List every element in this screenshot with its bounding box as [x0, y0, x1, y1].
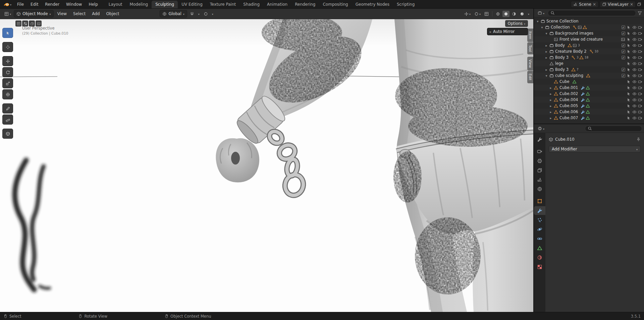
expand-caret[interactable] — [549, 116, 552, 120]
tool-cursor[interactable] — [2, 42, 13, 52]
snap-options-dropdown[interactable] — [197, 10, 201, 17]
hide-eye-icon[interactable] — [632, 80, 637, 84]
shading-rendered-button[interactable] — [519, 11, 526, 17]
blender-app-menu-button[interactable] — [2, 2, 13, 7]
view-layer-selector[interactable]: ViewLayer — [600, 1, 636, 8]
outliner-row-cube-sculpting[interactable]: cube sculpting — [534, 73, 644, 79]
menu-file[interactable]: File — [14, 2, 27, 7]
render-camera-icon[interactable] — [638, 116, 642, 120]
tab-tool[interactable] — [534, 135, 545, 144]
tab-particles[interactable] — [534, 216, 545, 224]
render-camera-icon[interactable] — [638, 31, 642, 36]
menu-select[interactable]: Select — [70, 10, 88, 17]
unlink-scene-icon[interactable] — [593, 2, 596, 7]
tab-texture-paint[interactable]: Texture Paint — [206, 1, 239, 8]
menu-view[interactable]: View — [55, 10, 69, 17]
outliner-editor-type-button[interactable] — [536, 10, 546, 16]
menu-render[interactable]: Render — [42, 2, 62, 7]
exclude-checkbox[interactable] — [622, 74, 625, 78]
hide-eye-icon[interactable] — [632, 116, 637, 120]
menu-object[interactable]: Object — [103, 10, 122, 17]
expand-caret[interactable] — [549, 103, 552, 108]
tool-add-cube[interactable] — [2, 129, 13, 139]
expand-caret[interactable] — [545, 73, 548, 78]
render-camera-icon[interactable] — [638, 104, 642, 108]
shading-wireframe-button[interactable] — [494, 11, 501, 17]
tab-layout[interactable]: Layout — [105, 1, 126, 8]
hide-eye-icon[interactable] — [632, 31, 637, 36]
outliner-row-cube-004[interactable]: Cube.004 — [534, 97, 644, 103]
hide-eye-icon[interactable] — [632, 49, 637, 54]
exclude-checkbox[interactable] — [622, 68, 625, 72]
xray-toggle[interactable] — [483, 11, 490, 17]
outliner-row-collection[interactable]: Collection — [534, 24, 644, 30]
tool-transform[interactable] — [2, 89, 13, 99]
overlay-toggle-2[interactable] — [22, 20, 28, 27]
expand-caret[interactable] — [536, 19, 539, 24]
selectable-icon[interactable] — [627, 37, 631, 42]
expand-caret[interactable] — [545, 49, 548, 54]
properties-editor-type-button[interactable] — [536, 125, 546, 132]
render-camera-icon[interactable] — [638, 25, 642, 30]
menu-window[interactable]: Window — [63, 2, 85, 7]
properties-search-input[interactable] — [585, 126, 642, 132]
selectable-icon[interactable] — [627, 98, 631, 102]
hide-eye-icon[interactable] — [632, 104, 637, 108]
render-camera-icon[interactable] — [638, 55, 642, 60]
selectable-icon[interactable] — [627, 74, 631, 78]
render-camera-icon[interactable] — [638, 110, 642, 114]
tool-move[interactable] — [2, 56, 13, 66]
tab-rendering[interactable]: Rendering — [291, 1, 319, 8]
exclude-checkbox[interactable] — [622, 56, 625, 59]
hide-eye-icon[interactable] — [632, 55, 637, 60]
render-camera-icon[interactable] — [638, 49, 642, 54]
editor-type-button[interactable] — [3, 10, 13, 17]
expand-caret[interactable] — [545, 31, 548, 36]
exclude-checkbox[interactable] — [622, 26, 625, 29]
outliner-row-scene-collection[interactable]: Scene Collection — [534, 18, 644, 24]
outliner-row-background-images[interactable]: Background images — [534, 30, 644, 36]
expand-caret[interactable] — [549, 109, 552, 114]
tab-texture[interactable] — [534, 263, 545, 271]
tab-modeling[interactable]: Modeling — [126, 1, 152, 8]
outliner-row-cube-006[interactable]: Cube.006 — [534, 109, 644, 115]
outliner-search-input[interactable] — [548, 10, 636, 16]
exclude-checkbox[interactable] — [622, 50, 625, 53]
tool-scale[interactable] — [2, 78, 13, 88]
selectable-icon[interactable] — [627, 80, 631, 84]
add-modifier-button[interactable]: Add Modifier — [549, 146, 641, 152]
filter-icon[interactable] — [638, 11, 642, 15]
outliner-row-cube-001[interactable]: Cube.001 — [534, 85, 644, 91]
selectable-icon[interactable] — [627, 61, 631, 66]
snap-toggle[interactable] — [189, 11, 196, 17]
render-camera-icon[interactable] — [638, 43, 642, 48]
tab-shading[interactable]: Shading — [239, 1, 263, 8]
tab-scripting[interactable]: Scripting — [393, 1, 418, 8]
auto-mirror-panel[interactable]: Auto Mirror — [487, 28, 528, 35]
selectable-icon[interactable] — [627, 43, 631, 48]
render-camera-icon[interactable] — [638, 67, 642, 72]
tab-view-layer[interactable] — [534, 166, 545, 175]
expand-caret[interactable] — [545, 55, 548, 60]
tab-compositing[interactable]: Compositing — [319, 1, 352, 8]
render-camera-icon[interactable] — [638, 74, 642, 78]
expand-caret[interactable] — [540, 25, 544, 30]
hide-eye-icon[interactable] — [632, 61, 637, 66]
exclude-checkbox[interactable] — [622, 32, 625, 35]
render-camera-icon[interactable] — [638, 86, 642, 90]
tab-animation[interactable]: Animation — [263, 1, 291, 8]
tab-scene[interactable] — [534, 175, 545, 184]
tab-geometry-nodes[interactable]: Geometry Nodes — [352, 1, 393, 8]
hide-eye-icon[interactable] — [632, 43, 637, 48]
selectable-icon[interactable] — [627, 49, 631, 54]
show-overlays-button[interactable] — [473, 10, 482, 17]
sidebar-tab-tool[interactable]: Tool — [527, 42, 533, 54]
hide-eye-icon[interactable] — [632, 86, 637, 90]
tool-annotate[interactable] — [2, 103, 13, 113]
tab-render[interactable] — [534, 147, 545, 156]
outliner-row-cube-005[interactable]: Cube.005 — [534, 103, 644, 109]
selectable-icon[interactable] — [627, 110, 631, 114]
tab-constraints[interactable] — [534, 234, 545, 243]
scene-selector[interactable]: Scene — [571, 1, 598, 8]
overlay-toggle-3[interactable] — [29, 20, 35, 27]
